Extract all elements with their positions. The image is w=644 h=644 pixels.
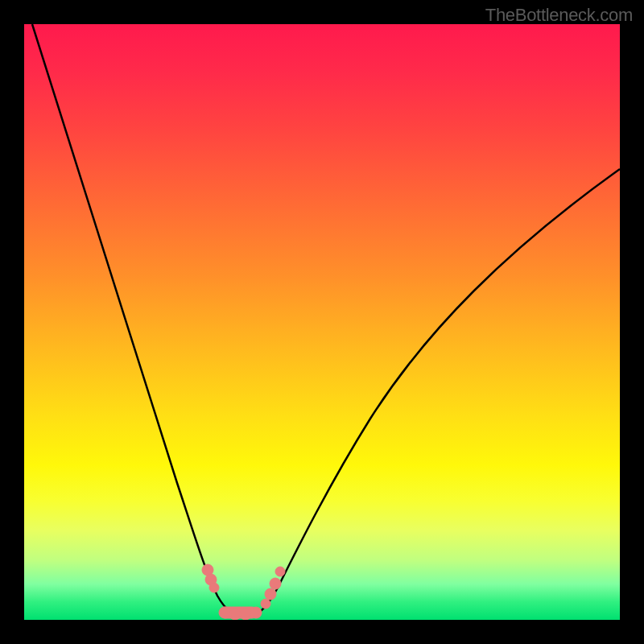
svg-point-5 — [229, 609, 241, 620]
svg-point-8 — [261, 599, 270, 609]
svg-point-7 — [250, 607, 262, 618]
svg-point-9 — [265, 588, 276, 600]
watermark-text: TheBottleneck.com — [485, 5, 633, 26]
svg-point-11 — [275, 567, 285, 576]
svg-point-10 — [270, 578, 281, 589]
svg-point-6 — [240, 609, 251, 620]
plot-gradient-area — [24, 24, 620, 620]
svg-point-2 — [209, 583, 219, 592]
optimal-range-markers — [202, 564, 285, 620]
curve-path — [32, 24, 620, 616]
bottleneck-curve-svg — [24, 24, 620, 620]
